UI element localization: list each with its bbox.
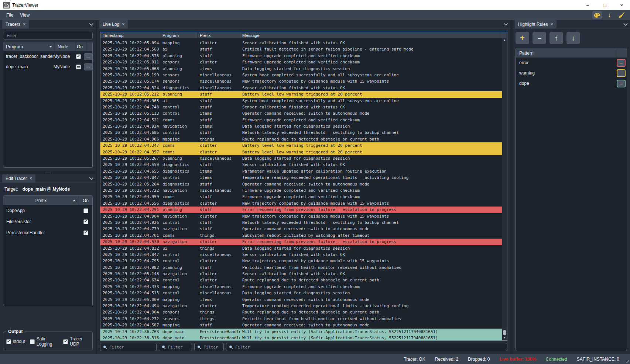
maximize-button[interactable]: □	[596, 0, 613, 10]
highlight-rules-collapse-button[interactable]	[623, 22, 628, 27]
log-row[interactable]: 2025-10-29 10:22:04.685controlstuffNetwo…	[100, 129, 502, 136]
log-col-program[interactable]: Program	[160, 32, 198, 38]
log-row[interactable]: 2025-10-29 10:22:04.847controlitemsTempe…	[100, 174, 502, 181]
log-row[interactable]: 2025-10-29 10:22:04.832uithingsData logg…	[100, 245, 502, 252]
log-row[interactable]: 2025-10-29 10:22:04.779navigationstuffOp…	[100, 226, 502, 232]
output-option-stdout[interactable]: stdout	[6, 339, 25, 344]
live-log-collapse-button[interactable]	[504, 22, 508, 27]
log-row[interactable]: 2025-10-29 10:22:04.559diagnosticsstuffS…	[100, 162, 502, 168]
scrollbar-thumb[interactable]	[503, 330, 506, 335]
log-row[interactable]: 2025-10-29 10:22:05.113controlitemsOpera…	[100, 110, 502, 117]
log-row[interactable]: 2025-10-29 10:22:04.513controlmiscellane…	[100, 290, 502, 296]
tab-live-log[interactable]: Live Log ×	[99, 20, 128, 28]
log-row[interactable]: 2025-10-29 10:22:04.722navigationmiscell…	[100, 187, 502, 194]
close-button[interactable]: ×	[613, 0, 630, 10]
rule-move-down-button[interactable]: ↓	[566, 32, 580, 44]
tracer-more-button[interactable]: ...	[84, 53, 92, 60]
menu-view[interactable]: View	[17, 11, 33, 19]
output-checkbox[interactable]	[6, 339, 11, 344]
prefix-row[interactable]: PersistenceHandler	[3, 227, 92, 238]
tracers-col-on[interactable]: On	[75, 42, 86, 51]
output-checkbox[interactable]	[30, 339, 35, 344]
scrollbar-up-icon[interactable]: ▲	[504, 38, 506, 43]
log-row[interactable]: 2025-10-29 10:22:05.174sensorsmiscellane…	[100, 78, 502, 84]
rule-row-error[interactable]: error...	[516, 58, 627, 68]
tracer-on-checkbox[interactable]	[76, 54, 81, 59]
log-col-message[interactable]: Message	[240, 32, 502, 38]
menu-file[interactable]: File	[3, 11, 17, 19]
log-row[interactable]: 2025-10-29 10:22:05.267planningmiscellan…	[100, 155, 502, 162]
tracer-on-checkbox[interactable]	[76, 65, 81, 69]
log-row[interactable]: 2025-10-29 10:22:04.924navigationitemsDa…	[100, 123, 502, 129]
log-row[interactable]: 2025-10-29 10:22:04.982planningstuffPeri…	[100, 264, 502, 271]
log-filter-timestamp[interactable]: Filter	[100, 343, 157, 351]
log-row[interactable]: 2025-10-29 10:22:04.291planningstuffErro…	[100, 207, 502, 213]
rule-color-button[interactable]: ...	[617, 69, 626, 77]
left-splitter[interactable]	[0, 171, 96, 174]
log-row[interactable]: 2025-10-29 10:22:05.009mappingitemsOpera…	[100, 297, 502, 303]
log-row[interactable]: 2025-10-29 10:22:04.556diagnosticsclutte…	[100, 200, 502, 207]
log-row[interactable]: 2025-10-29 10:22:04.494navigationclutter…	[100, 303, 502, 309]
rule-add-button[interactable]: +	[516, 32, 529, 44]
scrollbar-down-icon[interactable]: ▼	[504, 336, 506, 340]
prefix-row[interactable]: FilePersistor	[3, 216, 92, 227]
log-filter-program[interactable]: Filter	[159, 343, 192, 351]
log-row[interactable]: 2025-10-29 10:22:04.347commsclutterBatte…	[100, 142, 502, 149]
tab-tracers[interactable]: Tracers ×	[2, 20, 29, 28]
log-scrollbar[interactable]: ▲ ▼	[502, 38, 507, 340]
tab-edit-tracer-close-icon[interactable]: ×	[30, 176, 32, 181]
log-row[interactable]: 2025-10-29 10:22:36.763dope_mainPersiste…	[100, 329, 502, 335]
log-row[interactable]: 2025-10-29 10:22:04.904sensorsthingsRout…	[100, 309, 502, 315]
rules-col-pattern[interactable]: Pattern	[516, 48, 617, 58]
output-option-tracer-udp[interactable]: Tracer UDP	[63, 336, 89, 347]
log-row[interactable]: 2025-10-29 10:22:05.011sensorsclutterFir…	[100, 59, 502, 65]
tracers-filter-input[interactable]: Filter	[3, 32, 93, 39]
log-row[interactable]: 2025-10-29 10:22:04.357commsclutterBatte…	[100, 149, 502, 155]
log-row[interactable]: 2025-10-29 10:22:04.272sensorsthingsPeri…	[100, 316, 502, 322]
resize-grip-icon[interactable]	[625, 359, 629, 363]
log-row[interactable]: 2025-10-29 10:22:05.094mappingclutterSen…	[100, 40, 502, 46]
rule-row-warning[interactable]: warning...	[516, 68, 627, 78]
log-row[interactable]: 2025-10-29 10:22:04.530navigationclutter…	[100, 239, 502, 245]
log-row[interactable]: 2025-10-29 10:22:05.199sensorsmiscellane…	[100, 72, 502, 78]
prefix-col-prefix[interactable]: Prefix	[3, 196, 79, 205]
scroll-to-bottom-button[interactable]: ↓	[605, 11, 614, 19]
rule-move-up-button[interactable]: ↑	[549, 32, 563, 44]
tracers-collapse-button[interactable]	[89, 22, 93, 27]
log-row[interactable]: 2025-10-29 10:22:05.148navigationclutter…	[100, 271, 502, 277]
log-row[interactable]: 2025-10-29 10:22:04.433mappingmiscellane…	[100, 284, 502, 290]
minimize-button[interactable]: −	[579, 0, 596, 10]
clear-log-button[interactable]	[617, 11, 626, 19]
log-row[interactable]: 2025-10-29 10:22:04.959commsstuffFirmwar…	[100, 194, 502, 200]
log-row[interactable]: 2025-10-29 10:22:04.906mappingthingsRout…	[100, 136, 502, 142]
log-row[interactable]: 2025-10-29 10:22:04.560aistuffCritical f…	[100, 46, 502, 52]
tracers-col-program[interactable]: Program	[3, 42, 55, 51]
log-col-prefix[interactable]: Prefix	[198, 32, 240, 38]
log-row[interactable]: 2025-10-29 10:22:04.376planningstuffFirm…	[100, 53, 502, 59]
edit-tracer-collapse-button[interactable]	[89, 176, 93, 181]
rule-color-button[interactable]: ...	[617, 80, 626, 87]
prefix-on-checkbox[interactable]	[83, 219, 88, 224]
log-row[interactable]: 2025-10-29 10:22:04.748controlstuffSenso…	[100, 104, 502, 110]
output-checkbox[interactable]	[63, 339, 68, 344]
log-row[interactable]: 2025-10-29 10:22:04.793controlclutterNew…	[100, 258, 502, 264]
log-row[interactable]: 2025-10-29 10:22:38.316dope_mainPersiste…	[100, 335, 502, 340]
log-filter-message[interactable]: Filter	[226, 343, 507, 351]
log-col-timestamp[interactable]: Timestamp	[100, 32, 160, 38]
tab-live-log-close-icon[interactable]: ×	[122, 22, 124, 27]
rule-row-dope[interactable]: dope...	[516, 78, 627, 89]
output-option-safir-logging[interactable]: Safir Logging	[30, 336, 59, 347]
tracer-row[interactable]: dope_mainMyNode...	[3, 62, 92, 72]
tracer-more-button[interactable]: ...	[84, 63, 92, 70]
prefix-on-checkbox[interactable]	[83, 208, 88, 213]
log-row[interactable]: 2025-10-29 10:22:04.847controlmiscellane…	[100, 252, 502, 258]
log-row[interactable]: 2025-10-29 10:22:04.507mappingstuffOpera…	[100, 322, 502, 328]
tracers-col-node[interactable]: Node	[55, 42, 75, 51]
log-row[interactable]: 2025-10-29 10:22:05.068planningitemsData…	[100, 66, 502, 72]
prefix-col-on[interactable]: On	[79, 196, 92, 205]
tab-highlight-rules[interactable]: Highlight Rules ×	[515, 20, 557, 28]
log-row[interactable]: 2025-10-29 10:22:04.701commsthingsSubsys…	[100, 232, 502, 239]
log-row[interactable]: 2025-10-29 10:22:04.965aistuffSystem boo…	[100, 98, 502, 104]
tab-edit-tracer[interactable]: Edit Tracer ×	[2, 174, 35, 183]
palette-button[interactable]	[592, 11, 602, 19]
